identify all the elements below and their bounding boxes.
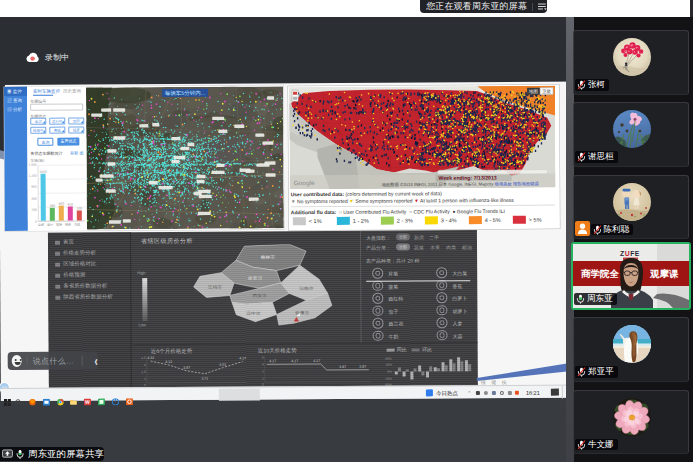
- svg-text:3: 3: [144, 377, 146, 381]
- svg-text:30%: 30%: [385, 363, 392, 367]
- svg-text:4.17: 4.17: [269, 359, 276, 363]
- svg-text:4.01: 4.01: [219, 363, 226, 367]
- svg-text:观摩课: 观摩课: [649, 268, 679, 279]
- svg-text:宝鸡市: 宝鸡市: [208, 285, 223, 290]
- svg-text:60%: 60%: [385, 357, 392, 361]
- svg-text:3: 3: [262, 369, 264, 373]
- svg-text:3.5: 3.5: [141, 370, 146, 374]
- svg-text:W: W: [85, 399, 90, 405]
- svg-text:榆林市: 榆林市: [261, 255, 276, 260]
- svg-text:4.5: 4.5: [141, 356, 146, 360]
- svg-text:安康市: 安康市: [295, 311, 310, 316]
- svg-text:4.17: 4.17: [313, 359, 320, 363]
- svg-text:卫星: 卫星: [541, 88, 552, 94]
- svg-text:0%: 0%: [387, 370, 392, 374]
- svg-text:汉中市: 汉中市: [246, 311, 261, 316]
- svg-text:地图: 地图: [528, 89, 538, 94]
- svg-text:3.87: 3.87: [183, 366, 190, 370]
- svg-text:3.87: 3.87: [339, 365, 346, 369]
- svg-text:ZUFE: ZUFE: [620, 249, 640, 256]
- svg-text:3.87: 3.87: [359, 365, 366, 369]
- svg-text:5: 5: [262, 355, 264, 359]
- svg-text:地图数据 ©2013 INEGI, 2011 日本 Goog: 地图数据 ©2013 INEGI, 2011 日本 Google, INEGI,…: [381, 181, 497, 187]
- svg-text:1: 1: [262, 376, 264, 380]
- svg-text:延安市: 延安市: [248, 276, 263, 281]
- svg-text:西安市: 西安市: [252, 293, 267, 298]
- svg-text:4.27: 4.27: [239, 356, 246, 360]
- svg-text:4: 4: [144, 363, 146, 367]
- svg-text:4.32: 4.32: [147, 356, 154, 360]
- svg-text:3.71: 3.71: [201, 377, 208, 381]
- svg-text:-30%: -30%: [384, 377, 392, 381]
- svg-text:Week ending: 7/13/2013: Week ending: 7/13/2013: [439, 174, 497, 180]
- svg-text:4.17: 4.17: [291, 359, 298, 363]
- svg-text:Google: Google: [294, 179, 315, 187]
- svg-text:商学院全: 商学院全: [581, 268, 620, 279]
- svg-text:渭南市: 渭南市: [299, 286, 314, 291]
- svg-text:4: 4: [262, 362, 264, 366]
- svg-text:4.12: 4.12: [165, 360, 172, 364]
